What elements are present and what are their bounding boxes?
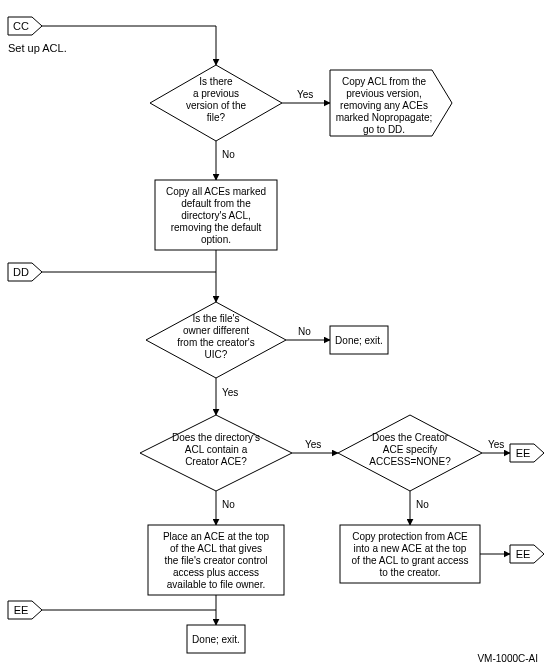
accessnone-l2: ACE specify — [383, 444, 437, 455]
ownerdiff-l4: UIC? — [205, 349, 228, 360]
decision-prev-l1: Is there — [199, 76, 233, 87]
copydef-l2: default from the — [181, 198, 251, 209]
copydef-l4: removing the default — [171, 222, 262, 233]
decision-prev-l4: file? — [207, 112, 226, 123]
creatorace-l2: ACL contain a — [185, 444, 248, 455]
copyprot-l4: to the creator. — [379, 567, 440, 578]
connector-ee-left: EE — [8, 601, 42, 619]
connector-ee-right-label: EE — [516, 548, 531, 560]
copyprot-l3: of the ACL to grant access — [352, 555, 469, 566]
decision-owner-diff: Is the file's owner different from the c… — [146, 302, 286, 378]
copyprev-l5: go to DD. — [363, 124, 405, 135]
connector-ee-top: EE — [510, 444, 544, 462]
copyprot-l2: into a new ACE at the top — [354, 543, 467, 554]
accessnone-l1: Does the Creator — [372, 432, 449, 443]
label-prev-yes: Yes — [297, 89, 313, 100]
copydef-l1: Copy all ACEs marked — [166, 186, 266, 197]
copyprev-l2: previous version, — [346, 88, 422, 99]
creatorace-l1: Does the directory's — [172, 432, 260, 443]
copyprot-l1: Copy protection from ACE — [352, 531, 468, 542]
connector-cc-label: CC — [13, 20, 29, 32]
connector-cc: CC — [8, 17, 42, 35]
label-setup-acl: Set up ACL. — [8, 42, 67, 54]
decision-access-none: Does the Creator ACE specify ACCESS=NONE… — [338, 415, 482, 491]
connector-ee-top-label: EE — [516, 447, 531, 459]
label-owner-yes: Yes — [222, 387, 238, 398]
accessnone-l3: ACCESS=NONE? — [369, 456, 451, 467]
connector-ee-left-label: EE — [14, 604, 29, 616]
decision-prev-l3: version of the — [186, 100, 246, 111]
decision-prev-l2: a previous — [193, 88, 239, 99]
connector-dd: DD — [8, 263, 42, 281]
label-creatorace-yes: Yes — [305, 439, 321, 450]
connector-ee-right: EE — [510, 545, 544, 563]
process-copy-defaults: Copy all ACEs marked default from the di… — [155, 180, 277, 250]
done1-text: Done; exit. — [335, 335, 383, 346]
placeace-l3: the file's creator control — [164, 555, 267, 566]
copyprev-l3: removing any ACEs — [340, 100, 428, 111]
decision-has-creator-ace: Does the directory's ACL contain a Creat… — [140, 415, 292, 491]
creatorace-l3: Creator ACE? — [185, 456, 247, 467]
label-accessnone-yes: Yes — [488, 439, 504, 450]
process-copy-prev: Copy ACL from the previous version, remo… — [330, 70, 452, 136]
copyprev-l1: Copy ACL from the — [342, 76, 427, 87]
label-prev-no: No — [222, 149, 235, 160]
label-creatorace-no: No — [222, 499, 235, 510]
label-accessnone-no: No — [416, 499, 429, 510]
placeace-l5: available to file owner. — [167, 579, 265, 590]
ownerdiff-l3: from the creator's — [177, 337, 255, 348]
process-done-exit-1: Done; exit. — [330, 326, 388, 354]
copydef-l3: directory's ACL, — [181, 210, 251, 221]
ownerdiff-l1: Is the file's — [193, 313, 240, 324]
copydef-l5: option. — [201, 234, 231, 245]
label-owner-no: No — [298, 326, 311, 337]
placeace-l2: of the ACL that gives — [170, 543, 262, 554]
placeace-l4: access plus access — [173, 567, 259, 578]
flowchart-diagram: CC Set up ACL. Is there a previous versi… — [0, 0, 547, 670]
placeace-l1: Place an ACE at the top — [163, 531, 270, 542]
footer-id: VM-1000C-AI — [477, 653, 538, 664]
connector-dd-label: DD — [13, 266, 29, 278]
process-done-exit-2: Done; exit. — [187, 625, 245, 653]
process-place-ace: Place an ACE at the top of the ACL that … — [148, 525, 284, 595]
copyprev-l4: marked Nopropagate; — [336, 112, 433, 123]
ownerdiff-l2: owner different — [183, 325, 249, 336]
decision-previous-version: Is there a previous version of the file? — [150, 65, 282, 141]
process-copy-protection: Copy protection from ACE into a new ACE … — [340, 525, 480, 583]
done2-text: Done; exit. — [192, 634, 240, 645]
flow-cc-to-decision1 — [42, 26, 216, 65]
